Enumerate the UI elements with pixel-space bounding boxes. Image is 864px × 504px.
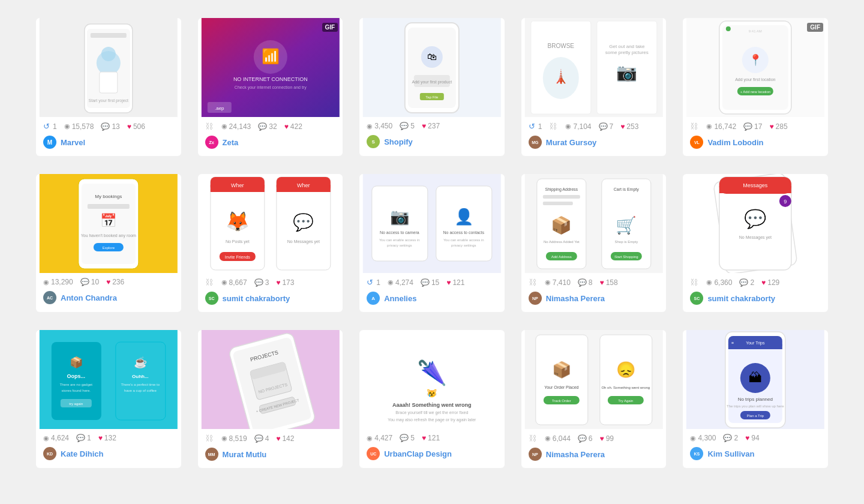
- author-name[interactable]: Murat Gursoy: [546, 138, 597, 147]
- card-stats: ◉ 4,300 💬 2 ♥ 94: [683, 429, 828, 445]
- card-thumbnail[interactable]: Messages 💬 9 No Messages yet: [683, 174, 828, 273]
- views-count: 8,667: [229, 278, 247, 287]
- card-shopify: 🛍 Add your first product Tap File ◉ 3,45…: [359, 18, 505, 156]
- likes-count: 121: [428, 434, 440, 442]
- svg-text:some pretty pictures: some pretty pictures: [605, 50, 649, 55]
- author-avatar: UC: [367, 447, 380, 460]
- heart-icon: ♥: [745, 434, 749, 442]
- svg-text:Tap File: Tap File: [425, 95, 439, 99]
- heart-icon: ♥: [106, 278, 110, 286]
- svg-text:.aep: .aep: [215, 106, 224, 111]
- svg-text:You can enable access in: You can enable access in: [379, 238, 420, 242]
- likes-stat: ♥ 132: [98, 434, 116, 442]
- svg-text:≡: ≡: [731, 341, 734, 345]
- link-icon: ⛓: [549, 122, 557, 131]
- author-name[interactable]: Anton Chandra: [61, 293, 117, 302]
- link-stat: ⛓: [549, 122, 558, 131]
- card-stats: ⛓ ◉ 24,143 💬 32 ♥ 422: [198, 117, 343, 133]
- views-count: 8,519: [229, 434, 247, 443]
- thumbnail-image: Shipping Address 📦 No Address Added Yet …: [521, 174, 667, 273]
- card-thumbnail[interactable]: Wher 🦊 No Posts yet Invite Friends Wher …: [198, 174, 343, 273]
- card-annelies: 📷 No access to camera You can enable acc…: [359, 174, 505, 312]
- card-thumbnail[interactable]: 🌂 😿 Aaaah! Something went wrong Brace yo…: [359, 330, 505, 429]
- card-thumbnail[interactable]: PROJECTS NO PROJECTS + CREATE NEW PROJEC…: [198, 330, 343, 429]
- card-thumbnail[interactable]: Start your first project: [36, 18, 181, 117]
- card-thumbnail[interactable]: 📶 NO INTERNET CONNECTION Check your inte…: [198, 18, 343, 117]
- svg-text:privacy settings: privacy settings: [387, 244, 412, 247]
- svg-text:🌂: 🌂: [417, 358, 447, 387]
- author-name[interactable]: Kate Dihich: [61, 449, 104, 458]
- card-thumbnail[interactable]: Your Trips ≡ 🏔 No trips planned The trip…: [683, 330, 828, 429]
- card-thumbnail[interactable]: 🛍 Add your first product Tap File: [359, 18, 505, 117]
- card-thumbnail[interactable]: 9:41 AM 📍 Add your first location + Add …: [683, 18, 828, 117]
- likes-count: 422: [290, 122, 302, 131]
- comments-count: 4: [265, 434, 269, 443]
- svg-text:Add your first product: Add your first product: [412, 80, 452, 85]
- heart-icon: ♥: [127, 122, 131, 131]
- views-count: 4,274: [395, 278, 413, 287]
- views-stat: ◉ 7,410: [545, 278, 571, 287]
- card-thumbnail[interactable]: 📷 No access to camera You can enable acc…: [359, 174, 505, 273]
- card-stats: ⛓ ◉ 6,044 💬 6 ♥ 99: [521, 429, 667, 445]
- comment-icon: 💬: [101, 122, 110, 131]
- author-name[interactable]: Nimasha Perera: [546, 450, 605, 459]
- card-stats: ◉ 13,290 💬 10 ♥ 236: [36, 273, 181, 289]
- heart-icon: ♥: [769, 122, 773, 131]
- svg-text:Track Order: Track Order: [552, 399, 571, 403]
- views-count: 6,360: [714, 278, 732, 287]
- likes-stat: ♥ 129: [761, 278, 779, 287]
- comments-stat: 💬 4: [254, 434, 269, 443]
- author-name[interactable]: Marvel: [61, 138, 85, 147]
- svg-text:+ Add new location: + Add new location: [740, 90, 771, 94]
- link-icon: ⛓: [529, 434, 536, 443]
- likes-stat: ♥ 121: [446, 278, 464, 287]
- card-thumbnail[interactable]: 📦 Oops... There are no gadget stores fou…: [36, 330, 181, 429]
- svg-rect-146: [728, 344, 782, 349]
- likes-stat: ♥ 142: [276, 434, 294, 443]
- likes-count: 285: [776, 122, 788, 131]
- card-thumbnail[interactable]: BROWSE 🗼 📷 Get out and take some pretty …: [521, 18, 667, 117]
- views-stat: ◉ 7,104: [565, 122, 591, 131]
- comments-stat: 💬 7: [599, 122, 614, 131]
- author-name[interactable]: Shopify: [384, 137, 413, 146]
- card-thumbnail[interactable]: 📦 Your Order Placed Track Order 😞 Oh oh.…: [521, 330, 667, 429]
- author-name[interactable]: sumit chakraborty: [223, 294, 290, 303]
- author-name[interactable]: Zeta: [223, 138, 239, 147]
- comment-icon: 💬: [421, 278, 430, 287]
- link-stat: ⛓: [205, 278, 214, 287]
- svg-text:Wher: Wher: [297, 182, 310, 188]
- svg-text:No Messages yet: No Messages yet: [287, 239, 319, 244]
- views-stat: ◉ 8,519: [221, 434, 247, 443]
- author-name[interactable]: Nimasha Perera: [546, 294, 605, 303]
- author-name[interactable]: Vadim Lobodin: [707, 138, 763, 147]
- author-name[interactable]: Kim Sullivan: [707, 449, 754, 458]
- heart-icon: ♥: [276, 278, 280, 287]
- comments-stat: 💬 15: [421, 278, 439, 287]
- author-avatar: NP: [529, 448, 542, 461]
- likes-stat: ♥ 422: [284, 122, 302, 131]
- author-name[interactable]: UrbanClap Design: [384, 449, 452, 458]
- author-name[interactable]: sumit chakraborty: [707, 294, 775, 303]
- svg-point-42: [726, 26, 731, 31]
- views-stat: ◉ 4,624: [43, 434, 69, 442]
- comments-count: 6: [589, 434, 593, 443]
- link-stat: ⛓: [690, 122, 699, 131]
- reblog-icon: ↺: [529, 122, 535, 131]
- card-thumbnail[interactable]: My bookings 📅 You haven't booked any roo…: [36, 174, 181, 273]
- svg-rect-133: [600, 335, 652, 425]
- card-anton-chandra: My bookings 📅 You haven't booked any roo…: [36, 174, 181, 312]
- card-stats: ↺ 1 ◉ 15,578 💬 13 ♥ 506: [36, 117, 181, 133]
- svg-text:Shipping Address: Shipping Address: [545, 187, 578, 192]
- card-thumbnail[interactable]: Shipping Address 📦 No Address Added Yet …: [521, 174, 667, 273]
- svg-text:You haven't booked any room: You haven't booked any room: [81, 233, 136, 238]
- likes-stat: ♥ 285: [769, 122, 787, 131]
- thumbnail-image: 🌂 😿 Aaaah! Something went wrong Brace yo…: [359, 330, 505, 429]
- card-author: A Annelies: [359, 289, 505, 312]
- svg-text:The trips you plan will show u: The trips you plan will show up here: [727, 404, 785, 408]
- eye-icon: ◉: [388, 278, 394, 286]
- author-name[interactable]: Annelies: [384, 294, 416, 303]
- author-name[interactable]: Murat Mutlu: [223, 450, 267, 459]
- svg-text:💬: 💬: [745, 208, 767, 230]
- comments-count: 13: [112, 122, 119, 131]
- svg-text:Ouhh...: Ouhh...: [132, 374, 149, 379]
